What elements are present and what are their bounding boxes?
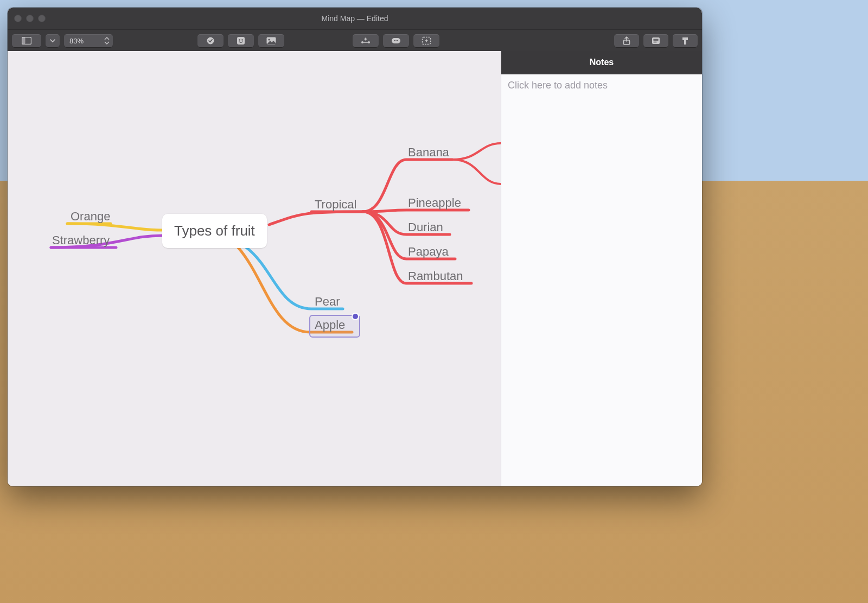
titlebar[interactable]: Mind Map — Edited xyxy=(8,8,702,30)
insert-sticker-button[interactable] xyxy=(228,34,254,47)
node-pineapple[interactable]: Pineapple xyxy=(408,196,461,210)
svg-point-13 xyxy=(397,40,398,41)
view-mode-dropdown[interactable] xyxy=(46,34,60,47)
toggle-format-panel-button[interactable] xyxy=(673,34,698,47)
svg-point-5 xyxy=(241,39,242,40)
node-label: Banana xyxy=(408,145,449,159)
chevron-up-icon xyxy=(104,37,110,41)
connection-plus-icon xyxy=(360,37,371,45)
right-group xyxy=(614,34,698,47)
svg-point-9 xyxy=(368,41,370,43)
svg-point-11 xyxy=(394,40,395,41)
note-dot-icon[interactable] xyxy=(353,314,358,319)
insert-group xyxy=(197,34,284,47)
add-connection-button[interactable] xyxy=(353,34,379,47)
notes-panel-icon xyxy=(652,37,660,45)
chevron-down-icon xyxy=(50,39,55,43)
node-papaya[interactable]: Papaya xyxy=(408,245,449,259)
svg-point-7 xyxy=(268,39,270,40)
image-icon xyxy=(266,37,276,45)
notes-panel-title: Notes xyxy=(590,58,614,67)
content-area: Types of fruit Orange Strawberry Tropica… xyxy=(8,51,702,486)
node-label: Apple xyxy=(315,318,345,332)
svg-rect-3 xyxy=(237,37,245,45)
node-label: Durian xyxy=(408,220,443,234)
app-window: Mind Map — Edited 83% xyxy=(8,8,702,486)
node-rambutan[interactable]: Rambutan xyxy=(408,269,463,283)
mindmap-edges xyxy=(8,51,501,486)
node-durian[interactable]: Durian xyxy=(408,220,443,234)
svg-point-8 xyxy=(361,41,363,43)
central-node-label: Types of fruit xyxy=(174,223,255,239)
sidebar-layout-icon xyxy=(22,37,31,45)
notes-panel: Notes Click here to add notes xyxy=(501,51,702,486)
node-apple[interactable]: Apple xyxy=(315,318,345,332)
view-mode-button[interactable] xyxy=(12,34,41,47)
mindmap-canvas[interactable]: Types of fruit Orange Strawberry Tropica… xyxy=(8,51,501,486)
node-label: Papaya xyxy=(408,245,449,258)
minimize-window-button[interactable] xyxy=(26,15,34,22)
traffic-lights xyxy=(14,15,46,22)
add-boundary-button[interactable] xyxy=(413,34,439,47)
add-note-button[interactable] xyxy=(383,34,409,47)
node-label: Strawberry xyxy=(52,233,110,247)
share-button[interactable] xyxy=(614,34,639,47)
node-label: Tropical xyxy=(315,198,356,211)
svg-point-4 xyxy=(239,39,240,40)
toggle-notes-panel-button[interactable] xyxy=(643,34,668,47)
zoom-control[interactable]: 83% xyxy=(64,34,113,47)
node-label: Pear xyxy=(315,295,340,308)
zoom-window-button[interactable] xyxy=(38,15,46,22)
node-pear[interactable]: Pear xyxy=(315,295,340,309)
node-banana[interactable]: Banana xyxy=(408,145,449,160)
toolbar: 83% xyxy=(8,30,702,52)
insert-task-button[interactable] xyxy=(197,34,224,47)
node-strawberry[interactable]: Strawberry xyxy=(52,233,110,247)
central-node[interactable]: Types of fruit xyxy=(162,214,267,248)
node-label: Pineapple xyxy=(408,196,461,210)
window-title: Mind Map — Edited xyxy=(8,14,702,23)
check-circle-icon xyxy=(206,36,215,45)
node-label: Rambutan xyxy=(408,269,463,283)
connect-group xyxy=(353,34,439,47)
paintbrush-icon xyxy=(681,36,689,45)
note-bubble-icon xyxy=(391,37,401,44)
notes-textarea[interactable]: Click here to add notes xyxy=(501,74,702,486)
svg-rect-1 xyxy=(22,37,25,45)
smile-icon xyxy=(237,36,245,45)
node-tropical[interactable]: Tropical xyxy=(315,198,356,212)
zoom-value: 83% xyxy=(69,37,84,45)
svg-point-12 xyxy=(395,40,397,41)
notes-panel-header: Notes xyxy=(501,51,702,74)
node-orange[interactable]: Orange xyxy=(71,210,110,224)
chevron-down-icon xyxy=(104,41,110,45)
insert-image-button[interactable] xyxy=(258,34,284,47)
share-icon xyxy=(623,36,630,45)
node-label: Orange xyxy=(71,210,110,223)
zoom-stepper[interactable] xyxy=(104,37,110,45)
boundary-icon xyxy=(422,36,431,45)
close-window-button[interactable] xyxy=(14,15,22,22)
